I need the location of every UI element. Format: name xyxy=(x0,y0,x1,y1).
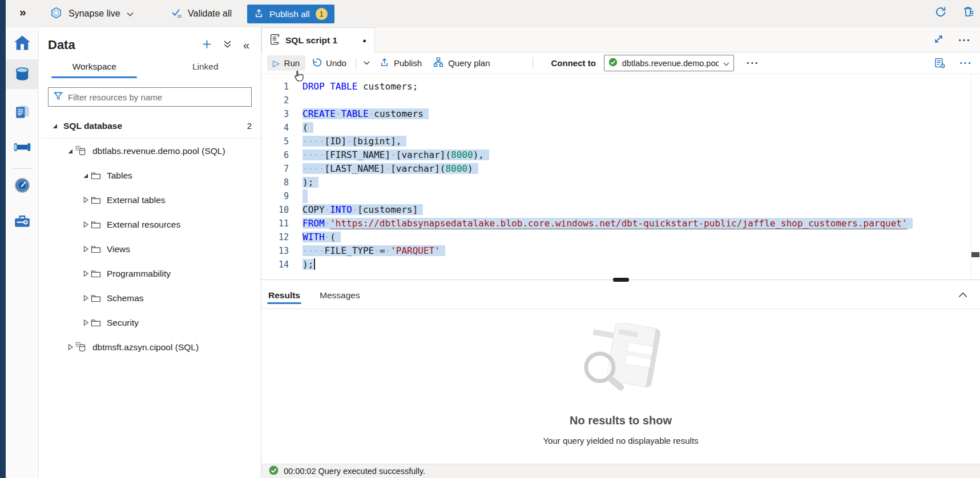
collapsed-marker-icon[interactable] xyxy=(82,221,91,228)
code-line-4: 4( xyxy=(261,121,980,135)
success-check-icon xyxy=(269,465,279,477)
collapsed-marker-icon[interactable] xyxy=(82,196,91,204)
publish-button[interactable]: Publish xyxy=(374,55,428,72)
line-number: 4 xyxy=(261,121,289,135)
expanded-marker-icon[interactable] xyxy=(51,123,60,129)
line-number: 7 xyxy=(261,162,289,176)
mouse-cursor xyxy=(292,70,305,86)
collapsed-marker-icon[interactable] xyxy=(82,294,91,302)
expanded-marker-icon[interactable] xyxy=(82,172,91,179)
tree-item-security[interactable]: Security xyxy=(39,310,261,335)
tree-item-tables[interactable]: Tables xyxy=(39,163,261,188)
splitter-drag-handle[interactable] xyxy=(613,278,629,282)
collapsed-marker-icon[interactable] xyxy=(82,270,91,277)
nav-monitor-icon[interactable] xyxy=(6,171,39,200)
empty-results-subtitle: Your query yielded no displayable result… xyxy=(543,436,698,445)
results-tab-bar: ResultsMessages xyxy=(261,282,980,309)
code-line-9: 9 xyxy=(261,189,980,203)
results-tab-messages[interactable]: Messages xyxy=(320,282,360,309)
panel-tab-linked[interactable]: Linked xyxy=(150,62,261,78)
tree-item-label: dbtmsft.azsyn.cipool (SQL) xyxy=(92,342,199,353)
code-line-7: 7····[LAST_NAME]·[varchar](8000) xyxy=(261,162,980,176)
code-line-14: 14); xyxy=(261,258,980,272)
toolbar-separator xyxy=(356,58,356,69)
nav-develop-icon[interactable] xyxy=(6,97,39,127)
selection-highlight: FROM·'https://dbtlabsynapsedatalake.blob… xyxy=(303,218,913,229)
panel-title: Data xyxy=(48,38,75,52)
selection-highlight xyxy=(303,189,308,203)
toolbar-separator xyxy=(533,58,533,69)
selected-pool-name: dbtlabs.revenue.demo.pool xyxy=(622,59,719,68)
validate-check-icon xyxy=(171,7,183,21)
undo-button[interactable]: Undo xyxy=(305,54,352,72)
tree-item-label: Security xyxy=(107,318,139,328)
tree-item-views[interactable]: Views xyxy=(39,237,261,261)
tab-more-actions-icon[interactable]: ··· xyxy=(958,35,971,46)
tree-item-sql-database[interactable]: SQL database2 xyxy=(39,114,261,138)
text-cursor xyxy=(314,258,315,270)
undo-label: Undo xyxy=(326,58,346,68)
query-plan-button[interactable]: Query plan xyxy=(428,54,495,72)
run-options-chevron-icon[interactable] xyxy=(360,58,374,68)
refresh-icon[interactable] xyxy=(934,5,947,21)
double-chevron-down-icon[interactable] xyxy=(223,40,232,51)
tree-item-label: Programmability xyxy=(107,269,171,279)
results-tab-results[interactable]: Results xyxy=(268,282,300,309)
toolbar-more-actions-icon[interactable]: ··· xyxy=(959,58,972,68)
overview-ruler-cursor-mark xyxy=(971,252,979,257)
line-number: 2 xyxy=(261,94,289,107)
publish-all-button[interactable]: Publish all 1 xyxy=(247,5,334,23)
selection-highlight: ····FILE_TYPE·=·'PARQUET' xyxy=(303,245,445,256)
tree-item-dbtlabs-revenue-demo-pool-sql[interactable]: dbtlabs.revenue.demo.pool (SQL) xyxy=(39,139,261,163)
discard-trash-icon[interactable] xyxy=(961,5,975,22)
database-icon xyxy=(75,342,87,353)
connect-more-actions-icon[interactable]: ··· xyxy=(747,58,759,68)
nav-integrate-icon[interactable] xyxy=(6,132,39,162)
nav-manage-icon[interactable] xyxy=(6,206,39,236)
code-line-12: 12WITH·( xyxy=(261,230,980,244)
folder-icon xyxy=(91,318,101,327)
expand-editor-icon[interactable] xyxy=(934,34,943,46)
tree-item-programmability[interactable]: Programmability xyxy=(39,261,261,286)
filter-resources-input[interactable] xyxy=(68,92,246,102)
add-resource-icon[interactable] xyxy=(202,39,212,51)
view-properties-icon[interactable] xyxy=(931,55,948,71)
environment-label: Synapse live xyxy=(68,9,120,19)
publish-all-label: Publish all xyxy=(269,9,310,19)
collapse-results-chevron-icon[interactable] xyxy=(958,290,967,300)
document-tab-bar: SQL script 1 ● ··· xyxy=(261,27,980,52)
validate-all-button[interactable]: Validate all xyxy=(171,0,232,27)
collapse-panel-icon[interactable]: « xyxy=(243,39,249,51)
code-line-8: 8); xyxy=(261,176,980,189)
tree-item-external-tables[interactable]: External tables xyxy=(39,188,261,212)
collapsed-marker-icon[interactable] xyxy=(67,343,75,351)
editor-scrollbar[interactable] xyxy=(971,74,980,277)
panel-tab-workspace[interactable]: Workspace xyxy=(39,62,150,78)
dropdown-chevron-icon xyxy=(723,58,729,68)
selection-highlight: ····[ID]·[bigint], xyxy=(303,136,406,147)
run-button[interactable]: ▷ Run xyxy=(267,55,305,71)
editor-toolbar: ▷ Run Undo Publish xyxy=(261,52,980,74)
nav-data-icon[interactable] xyxy=(6,59,39,89)
line-number: 8 xyxy=(261,176,289,189)
pool-selector-dropdown[interactable]: dbtlabs.revenue.demo.pool xyxy=(604,55,734,71)
chevron-down-icon xyxy=(127,9,134,19)
collapsed-marker-icon[interactable] xyxy=(82,319,91,326)
tree-item-external-resources[interactable]: External resources xyxy=(39,212,261,237)
line-number: 14 xyxy=(261,258,289,272)
run-label: Run xyxy=(284,58,300,68)
tab-sql-script-1[interactable]: SQL script 1 ● xyxy=(261,27,375,52)
expanded-marker-icon[interactable] xyxy=(67,148,75,155)
sql-code-editor[interactable]: 1DROP TABLE customers;23CREATE·TABLE·cus… xyxy=(261,74,980,277)
line-number: 1 xyxy=(261,80,289,94)
code-line-1: 1DROP TABLE customers; xyxy=(261,80,980,94)
nav-home-icon[interactable] xyxy=(6,28,39,58)
tree-item-schemas[interactable]: Schemas xyxy=(39,286,261,310)
collapsed-marker-icon[interactable] xyxy=(82,245,91,253)
folder-icon xyxy=(91,196,101,204)
expand-nav-icon[interactable]: » xyxy=(19,5,26,19)
code-line-3: 3CREATE·TABLE·customers xyxy=(261,107,980,121)
left-nav-rail xyxy=(6,27,39,478)
environment-selector[interactable]: Synapse live xyxy=(50,0,134,27)
tree-item-dbtmsft-azsyn-cipool-sql[interactable]: dbtmsft.azsyn.cipool (SQL) xyxy=(39,335,261,359)
